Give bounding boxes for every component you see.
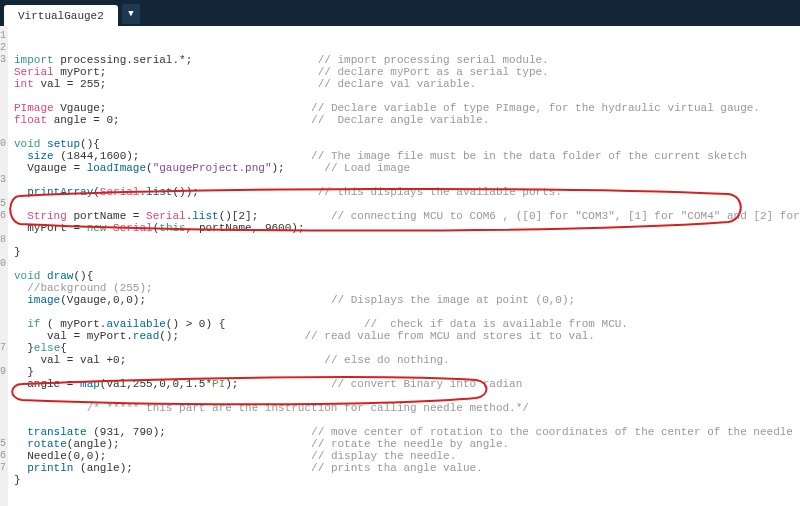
code-token xyxy=(14,318,27,330)
code-comment: // Displays the image at point (0,0); xyxy=(331,294,575,306)
code-token: printArray xyxy=(27,186,93,198)
code-comment: // import processing serial module. xyxy=(318,54,549,66)
code-token: println xyxy=(27,462,73,474)
code-comment: // display the needle. xyxy=(311,450,456,462)
code-token: } xyxy=(14,342,34,354)
code-token: Vgauge; xyxy=(54,102,107,114)
code-token: { xyxy=(60,342,67,354)
code-token: } xyxy=(14,246,21,258)
code-token: (val,255,0,0,1.5* xyxy=(100,378,212,390)
code-token: myPort; xyxy=(54,66,107,78)
line-number-gutter: 123 0 3 56 8 0 7 9 567 xyxy=(0,26,8,506)
code-token: Serial xyxy=(14,66,54,78)
tab-virtualgauge2[interactable]: VirtualGauge2 xyxy=(4,5,118,26)
code-token: map xyxy=(80,378,100,390)
code-comment: // check if data is available from MCU. xyxy=(364,318,628,330)
code-comment: // this displays the available ports. xyxy=(318,186,562,198)
code-token: (){ xyxy=(73,270,93,282)
tab-dropdown-button[interactable]: ▼ xyxy=(122,4,140,24)
code-token: void xyxy=(14,138,40,150)
code-token: Serial xyxy=(113,222,153,234)
code-token: image xyxy=(27,294,60,306)
code-comment: // read value from MCU and stores it to … xyxy=(304,330,594,342)
code-token: this xyxy=(159,222,185,234)
code-token: ( myPort. xyxy=(40,318,106,330)
code-token: PI xyxy=(212,378,225,390)
code-token: (){ xyxy=(80,138,100,150)
code-token: processing.serial.*; xyxy=(54,54,193,66)
code-token: int xyxy=(14,78,34,90)
code-token xyxy=(14,150,27,162)
code-token: val = val +0; xyxy=(14,354,126,366)
code-token: (931, 790); xyxy=(87,426,166,438)
code-token: portName = xyxy=(67,210,146,222)
code-comment: // Load image xyxy=(324,162,410,174)
code-token: } xyxy=(14,366,34,378)
code-token: size xyxy=(27,150,53,162)
code-token: (angle); xyxy=(73,462,132,474)
code-token: myPort = xyxy=(14,222,87,234)
code-token: Serial xyxy=(100,186,140,198)
code-token: void xyxy=(14,270,40,282)
code-token: list xyxy=(146,186,172,198)
code-token: new xyxy=(87,222,107,234)
code-token: ( xyxy=(93,186,100,198)
code-token xyxy=(14,438,27,450)
code-token: translate xyxy=(27,426,86,438)
code-token: ()); xyxy=(172,186,198,198)
code-token: String xyxy=(27,210,67,222)
code-token xyxy=(14,426,27,438)
code-token: import xyxy=(14,54,54,66)
code-comment: // convert Binary into radian xyxy=(331,378,522,390)
code-comment: // declare val variable. xyxy=(318,78,476,90)
code-token: if xyxy=(27,318,40,330)
code-token: ); xyxy=(225,378,238,390)
code-comment: // rotate the needle by angle. xyxy=(311,438,509,450)
code-token: else xyxy=(34,342,60,354)
code-comment: //background (255); xyxy=(14,282,153,294)
code-comment: // The image file must be in the data fo… xyxy=(311,150,747,162)
code-token: val = myPort. xyxy=(14,330,133,342)
code-token: available xyxy=(106,318,165,330)
code-token: PImage xyxy=(14,102,54,114)
tab-bar: VirtualGauge2 ▼ xyxy=(0,0,800,26)
code-token: rotate xyxy=(27,438,67,450)
code-token xyxy=(14,210,27,222)
code-token: ); xyxy=(272,162,285,174)
code-token: (); xyxy=(159,330,179,342)
code-token xyxy=(14,462,27,474)
code-token: list xyxy=(192,210,218,222)
code-comment: // prints tha angle value. xyxy=(311,462,483,474)
code-token: float xyxy=(14,114,47,126)
code-token: read xyxy=(133,330,159,342)
code-token: "gaugeProject.png" xyxy=(153,162,272,174)
code-token: (1844,1600); xyxy=(54,150,140,162)
code-token: , portName, 9600); xyxy=(186,222,305,234)
code-token: ()[2]; xyxy=(219,210,259,222)
code-comment: // move center of rotation to the coordi… xyxy=(311,426,800,438)
code-token: loadImage xyxy=(87,162,146,174)
code-comment: // declare myPort as a serial type. xyxy=(318,66,549,78)
code-token: draw xyxy=(47,270,73,282)
code-token: setup xyxy=(47,138,80,150)
code-comment: // Declare variable of type PImage, for … xyxy=(311,102,760,114)
code-editor[interactable]: 123 0 3 56 8 0 7 9 567 import processing… xyxy=(0,26,800,506)
code-token: angle = xyxy=(14,378,80,390)
code-token: Serial xyxy=(146,210,186,222)
code-area[interactable]: import processing.serial.*; // import pr… xyxy=(8,26,800,506)
code-token xyxy=(14,294,27,306)
code-token: angle = 0; xyxy=(47,114,120,126)
code-token: Vgauge = xyxy=(14,162,87,174)
code-comment: // else do nothing. xyxy=(324,354,449,366)
code-comment: // Declare angle variable. xyxy=(311,114,489,126)
code-comment: // connecting MCU to COM6 , ([0] for "CO… xyxy=(331,210,800,222)
code-token: (angle); xyxy=(67,438,120,450)
code-token: () > 0) { xyxy=(166,318,225,330)
code-token: } xyxy=(14,474,21,486)
code-token: val = 255; xyxy=(34,78,107,90)
code-token: Needle(0,0); xyxy=(14,450,106,462)
code-comment: /* ***** this part are the instruction f… xyxy=(14,402,529,414)
code-token xyxy=(14,186,27,198)
code-token: (Vgauge,0,0); xyxy=(60,294,146,306)
code-token: ( xyxy=(146,162,153,174)
